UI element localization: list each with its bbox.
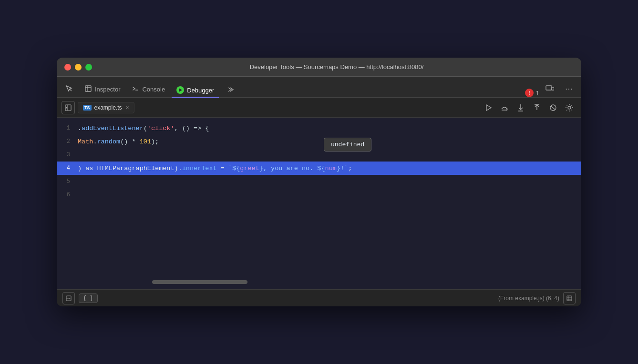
chevron-right-icon [226,85,234,94]
step-over-icon [500,103,509,112]
scrollbar-thumb[interactable] [152,280,247,284]
svg-point-17 [568,106,571,109]
file-name: example.ts [94,104,122,111]
line-number-3: 3 [57,152,76,158]
pretty-print-button[interactable]: { } [79,293,98,303]
tab-more[interactable] [221,82,239,98]
gear-icon [565,103,574,112]
step-out-icon [533,103,541,112]
source-map-toggle[interactable] [62,292,75,304]
status-bar: { } (From example.js) (6, 4) [57,289,581,306]
tab-debugger[interactable]: Debugger [172,83,219,98]
svg-rect-1 [85,86,91,91]
debugger-toolbar: TS example.ts × [57,98,581,118]
console-icon [132,85,139,94]
debugger-icon [176,86,184,94]
more-options-button[interactable]: ⋯ [560,80,577,97]
picker-icon [65,84,73,93]
line-number-2: 2 [57,138,76,145]
window-title: Developer Tools — Sourcemaps Demo — http… [100,63,574,71]
step-into-button[interactable] [514,101,528,115]
line-number-6: 6 [57,192,76,198]
maximize-button[interactable] [85,64,92,71]
console-label: Console [142,86,165,93]
code-line-1: 1 .addEventListener('click', () => { [57,121,581,135]
deactivate-breakpoints-button[interactable] [546,101,560,115]
more-icon: ⋯ [565,84,573,93]
svg-rect-6 [552,87,554,90]
panel-toggle-button[interactable] [62,101,75,114]
code-line-2: 2 Math.random() * 101); [57,135,581,148]
typescript-badge: TS [83,105,92,111]
svg-rect-5 [546,86,552,90]
line-content-4: ) as HTMLParagraphElement).innerText = `… [76,165,352,172]
responsive-icon [545,84,554,93]
error-count: 1 [536,90,539,97]
file-tab-example[interactable]: TS example.ts × [78,102,134,113]
step-into-icon [516,103,525,112]
error-badge: ! 1 [525,89,539,97]
svg-line-16 [551,106,555,110]
svg-rect-7 [65,105,71,111]
svg-line-0 [70,89,72,91]
line-number-1: 1 [57,125,76,131]
error-icon: ! [525,89,534,97]
responsive-mode-button[interactable] [541,80,558,97]
debugger-controls [481,101,576,115]
svg-marker-9 [486,105,491,111]
map-icon [566,295,573,302]
deactivate-icon [549,103,557,112]
code-line-3: 3 [57,148,581,162]
svg-rect-20 [567,296,572,301]
title-bar: Developer Tools — Sourcemaps Demo — http… [57,58,581,77]
line-content-6 [76,192,82,199]
panel-toggle-icon [64,104,72,111]
close-button[interactable] [64,64,71,71]
main-toolbar: Inspector Console Debugger ! 1 [57,77,581,98]
edit-icon [65,295,72,302]
source-map-button[interactable] [563,292,576,304]
line-number-5: 5 [57,178,76,185]
inspector-icon [84,85,92,94]
tab-inspector[interactable]: Inspector [80,82,125,98]
line-number-4: 4 [57,165,76,172]
editor-empty-space [57,202,581,278]
file-close-button[interactable]: × [126,104,129,111]
code-line-5: 5 [57,175,581,188]
play-icon [484,103,493,112]
cursor-position: (From example.js) (6, 4) [498,295,559,302]
line-content-1: .addEventListener('click', () => { [76,125,209,132]
line-content-5 [76,178,82,185]
horizontal-scrollbar[interactable] [57,278,581,285]
picker-tool-button[interactable] [61,80,78,97]
inspector-label: Inspector [95,86,120,93]
debugger-settings-button[interactable] [562,101,576,115]
traffic-lights [64,64,92,71]
step-over-button[interactable] [497,101,512,115]
step-out-button[interactable] [530,101,544,115]
devtools-window: Developer Tools — Sourcemaps Demo — http… [57,58,581,306]
resume-button[interactable] [481,101,495,115]
line-content-2: Math.random() * 101); [76,138,159,145]
debugger-label: Debugger [187,87,214,94]
code-line-4: 4 ) as HTMLParagraphElement).innerText =… [57,162,581,175]
code-editor: undefined 1 .addEventListener('click', (… [57,118,581,289]
code-line-6: 6 [57,188,581,202]
scrollbar-track [152,280,576,284]
tab-console[interactable]: Console [127,82,170,98]
minimize-button[interactable] [75,64,82,71]
line-content-3 [76,152,82,159]
